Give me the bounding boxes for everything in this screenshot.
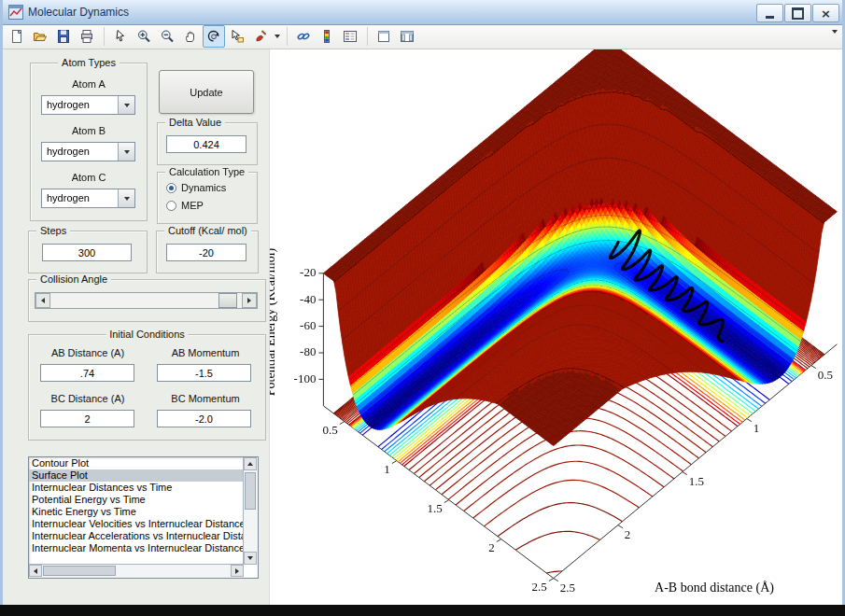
horizontal-scrollbar[interactable] bbox=[29, 564, 244, 578]
atom-a-label: Atom A bbox=[31, 78, 147, 90]
list-item[interactable]: Internuclear Velocities vs Internuclear … bbox=[29, 518, 245, 530]
bc-momentum-field[interactable] bbox=[157, 410, 251, 427]
atom-types-panel: Atom Types Atom A hydrogen Atom B hydrog… bbox=[30, 63, 148, 221]
bc-momentum-label: BC Momentum bbox=[147, 393, 264, 404]
new-figure-icon[interactable] bbox=[6, 25, 28, 48]
chevron-down-icon bbox=[124, 197, 130, 201]
scroll-left-button[interactable] bbox=[29, 565, 42, 577]
atom-b-dropdown[interactable]: hydrogen bbox=[41, 142, 135, 161]
mep-radio-label: MEP bbox=[181, 200, 204, 211]
app-icon bbox=[8, 5, 23, 23]
vertical-scrollbar[interactable] bbox=[243, 457, 258, 565]
atom-b-value: hydrogen bbox=[47, 146, 90, 157]
atom-a-dropdown[interactable]: hydrogen bbox=[41, 95, 135, 115]
ab-distance-label: AB Distance (A) bbox=[29, 347, 147, 358]
toolbar-separator bbox=[104, 27, 105, 46]
toolbar-separator bbox=[287, 27, 288, 46]
list-item[interactable]: Internuclear Momenta vs Internuclear Dis… bbox=[29, 542, 245, 554]
window-title: Molecular Dynamics bbox=[28, 6, 129, 19]
slider-right-arrow[interactable] bbox=[242, 293, 257, 308]
close-button[interactable]: × bbox=[812, 4, 839, 22]
atom-b-dropdown-button[interactable] bbox=[118, 143, 134, 161]
atom-a-value: hydrogen bbox=[47, 99, 90, 110]
bc-distance-field[interactable] bbox=[40, 410, 134, 427]
window-frame bbox=[0, 0, 3, 605]
slider-thumb[interactable] bbox=[218, 293, 237, 308]
list-item-selected[interactable]: Surface Plot bbox=[29, 469, 245, 482]
steps-title: Steps bbox=[36, 225, 70, 236]
dynamics-radio[interactable] bbox=[166, 183, 176, 193]
ab-distance-field[interactable] bbox=[40, 364, 134, 382]
window-bottom-edge bbox=[0, 605, 845, 616]
atom-a-dropdown-button[interactable] bbox=[118, 96, 134, 114]
x-axis-label: A-B bond distance (Å) bbox=[574, 581, 845, 595]
mep-radio[interactable] bbox=[166, 201, 176, 211]
cutoff-field[interactable] bbox=[166, 244, 246, 261]
list-item[interactable]: Contour Plot bbox=[29, 457, 245, 469]
hide-plot-tools-icon[interactable] bbox=[373, 25, 395, 48]
brush-data-icon[interactable] bbox=[249, 25, 272, 48]
scroll-right-button[interactable] bbox=[231, 565, 244, 577]
minimize-button[interactable] bbox=[756, 4, 783, 22]
initial-conditions-panel: Initial Conditions AB Distance (A) AB Mo… bbox=[28, 334, 266, 441]
list-item[interactable]: Potential Energy vs Time bbox=[29, 494, 245, 506]
save-figure-icon[interactable] bbox=[52, 25, 75, 48]
open-file-icon[interactable] bbox=[29, 25, 51, 48]
scroll-up-button[interactable] bbox=[244, 457, 257, 470]
figure-toolbar bbox=[0, 24, 845, 49]
delta-value-panel: Delta Value bbox=[157, 122, 258, 165]
list-item[interactable]: Internuclear Accelerations vs Internucle… bbox=[29, 530, 245, 542]
cutoff-title: Cutoff (Kcal/ mol) bbox=[164, 225, 251, 236]
show-plot-tools-icon[interactable] bbox=[396, 25, 418, 48]
brush-dropdown-icon[interactable] bbox=[273, 26, 282, 47]
dynamics-radio-label: Dynamics bbox=[181, 182, 226, 193]
chevron-down-icon bbox=[124, 150, 130, 154]
update-button[interactable]: Update bbox=[159, 70, 254, 114]
atom-c-label: Atom C bbox=[31, 172, 147, 183]
atom-c-dropdown-button[interactable] bbox=[118, 189, 134, 207]
zoom-in-icon[interactable] bbox=[133, 25, 155, 48]
link-plot-icon[interactable] bbox=[292, 25, 315, 48]
scroll-down-button[interactable] bbox=[244, 552, 257, 565]
steps-field[interactable] bbox=[42, 244, 132, 261]
vertical-scroll-thumb[interactable] bbox=[245, 472, 256, 510]
ab-momentum-field[interactable] bbox=[157, 364, 251, 382]
rotate-3d-icon[interactable] bbox=[203, 25, 225, 48]
atom-c-dropdown[interactable]: hydrogen bbox=[41, 189, 135, 208]
slider-left-arrow[interactable] bbox=[35, 293, 50, 308]
cutoff-panel: Cutoff (Kcal/ mol) bbox=[156, 231, 259, 273]
atom-types-title: Atom Types bbox=[58, 57, 120, 68]
print-figure-icon[interactable] bbox=[76, 25, 98, 48]
toolbar-overflow-icon[interactable] bbox=[832, 34, 838, 50]
edit-plot-icon[interactable] bbox=[109, 25, 132, 48]
atom-c-value: hydrogen bbox=[47, 192, 90, 203]
minimize-icon bbox=[766, 16, 774, 19]
collision-angle-title: Collision Angle bbox=[36, 273, 111, 285]
data-cursor-icon[interactable] bbox=[226, 25, 248, 48]
titlebar[interactable]: Molecular Dynamics × bbox=[0, 0, 845, 25]
bc-distance-label: BC Distance (A) bbox=[29, 393, 147, 404]
plot-type-listbox[interactable]: Contour Plot Surface Plot Internuclear D… bbox=[28, 456, 259, 579]
steps-panel: Steps bbox=[28, 231, 148, 273]
insert-legend-icon[interactable] bbox=[339, 25, 361, 48]
close-icon: × bbox=[821, 7, 831, 20]
horizontal-scroll-thumb[interactable] bbox=[43, 566, 116, 576]
delta-value-title: Delta Value bbox=[165, 117, 225, 128]
maximize-button[interactable] bbox=[784, 4, 811, 22]
list-item[interactable]: Kinetic Energy vs Time bbox=[29, 506, 245, 518]
insert-colorbar-icon[interactable] bbox=[316, 25, 338, 48]
list-item[interactable]: Internuclear Distances vs Time bbox=[29, 482, 245, 494]
initial-conditions-title: Initial Conditions bbox=[106, 329, 189, 340]
collision-angle-slider[interactable] bbox=[35, 292, 258, 309]
delta-value-field[interactable] bbox=[166, 135, 246, 153]
calculation-type-title: Calculation Type bbox=[165, 166, 248, 177]
calculation-type-panel: Calculation Type Dynamics MEP bbox=[157, 172, 258, 224]
figure-window: A-B bond distance (Å) Potential Energy (… bbox=[0, 0, 845, 616]
atom-b-label: Atom B bbox=[31, 125, 147, 136]
zoom-out-icon[interactable] bbox=[156, 25, 178, 48]
maximize-icon bbox=[792, 7, 804, 20]
chevron-down-icon bbox=[124, 104, 130, 107]
pan-icon[interactable] bbox=[179, 25, 202, 48]
ab-momentum-label: AB Momentum bbox=[147, 347, 264, 358]
collision-angle-panel: Collision Angle bbox=[28, 279, 266, 322]
